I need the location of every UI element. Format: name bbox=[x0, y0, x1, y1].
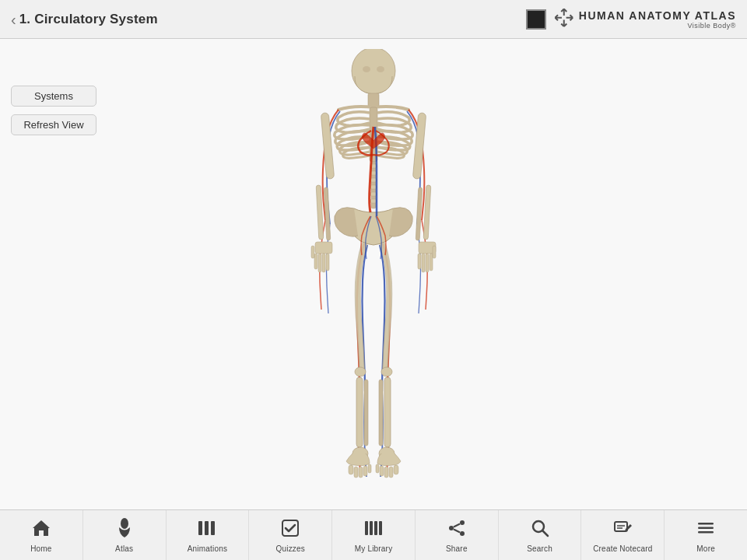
svg-rect-29 bbox=[416, 187, 423, 240]
expand-arrows-icon bbox=[552, 5, 576, 30]
share-icon bbox=[446, 517, 468, 542]
nav-search[interactable]: Search bbox=[499, 510, 582, 560]
notecard-icon bbox=[612, 517, 633, 542]
anatomy-view[interactable] bbox=[0, 39, 747, 509]
svg-rect-76 bbox=[615, 522, 627, 531]
nav-create-notecard[interactable]: Create Notecard bbox=[581, 510, 665, 560]
svg-point-14 bbox=[377, 66, 384, 72]
header-left: ‹ 1. Circulatory System bbox=[11, 12, 158, 27]
svg-line-3 bbox=[566, 14, 572, 20]
svg-rect-52 bbox=[363, 466, 367, 476]
more-label: More bbox=[696, 544, 715, 553]
svg-rect-39 bbox=[426, 254, 429, 272]
svg-rect-58 bbox=[380, 466, 384, 476]
header-right: Human Anatomy Atlas Visible Body® bbox=[526, 9, 736, 30]
more-icon bbox=[695, 517, 717, 542]
skeleton-figure bbox=[257, 49, 490, 500]
back-button[interactable]: ‹ 1. Circulatory System bbox=[11, 12, 158, 27]
color-swatch[interactable] bbox=[526, 9, 546, 30]
nav-atlas[interactable]: Atlas bbox=[83, 510, 167, 560]
svg-rect-55 bbox=[394, 465, 398, 474]
mylibrary-icon bbox=[363, 517, 384, 542]
svg-rect-53 bbox=[368, 464, 371, 473]
expand-icon[interactable] bbox=[549, 5, 576, 33]
search-icon bbox=[529, 517, 551, 542]
svg-rect-80 bbox=[698, 527, 714, 530]
atlas-icon bbox=[114, 517, 135, 542]
header-title: 1. Circulatory System bbox=[19, 12, 158, 27]
brand-name: Human Anatomy Atlas bbox=[579, 9, 736, 22]
svg-rect-51 bbox=[359, 467, 363, 478]
nav-mylibrary[interactable]: My Library bbox=[332, 510, 416, 560]
home-label: Home bbox=[30, 544, 51, 553]
svg-rect-67 bbox=[374, 521, 377, 535]
svg-rect-41 bbox=[433, 246, 436, 258]
brand-sub: Visible Body® bbox=[579, 22, 736, 30]
nav-quizzes[interactable]: Quizzes bbox=[249, 510, 332, 560]
svg-rect-63 bbox=[211, 521, 215, 535]
svg-rect-79 bbox=[698, 523, 714, 525]
systems-button[interactable]: Systems bbox=[11, 86, 96, 107]
quizzes-icon bbox=[279, 517, 301, 542]
mylibrary-label: My Library bbox=[355, 544, 393, 553]
svg-point-13 bbox=[363, 66, 370, 72]
animations-icon bbox=[196, 517, 218, 542]
svg-rect-15 bbox=[368, 93, 379, 107]
nav-share[interactable]: Share bbox=[416, 510, 499, 560]
svg-rect-33 bbox=[322, 254, 325, 272]
svg-rect-49 bbox=[349, 465, 353, 474]
svg-rect-44 bbox=[356, 377, 363, 447]
svg-rect-62 bbox=[205, 521, 209, 535]
home-icon bbox=[30, 517, 52, 542]
main-content: Systems Refresh View bbox=[0, 39, 747, 509]
svg-rect-34 bbox=[326, 254, 329, 271]
atlas-label: Atlas bbox=[115, 544, 133, 553]
svg-rect-61 bbox=[198, 521, 202, 535]
svg-point-71 bbox=[460, 531, 465, 536]
nav-more[interactable]: More bbox=[665, 510, 747, 560]
svg-rect-59 bbox=[376, 464, 379, 473]
svg-point-60 bbox=[121, 518, 128, 529]
svg-rect-35 bbox=[311, 246, 314, 258]
share-label: Share bbox=[446, 544, 468, 553]
svg-rect-57 bbox=[384, 467, 388, 478]
svg-rect-38 bbox=[422, 254, 425, 272]
svg-rect-30 bbox=[315, 242, 332, 254]
svg-rect-40 bbox=[430, 254, 433, 271]
svg-rect-31 bbox=[314, 254, 317, 269]
svg-point-70 bbox=[449, 526, 454, 530]
svg-rect-45 bbox=[364, 380, 368, 446]
nav-animations[interactable]: Animations bbox=[167, 510, 250, 560]
search-label: Search bbox=[527, 544, 552, 553]
svg-rect-68 bbox=[379, 521, 382, 535]
svg-rect-47 bbox=[379, 380, 383, 446]
svg-rect-50 bbox=[354, 467, 358, 478]
svg-rect-46 bbox=[384, 377, 391, 447]
svg-rect-65 bbox=[365, 521, 368, 535]
animations-label: Animations bbox=[188, 544, 227, 553]
svg-line-75 bbox=[542, 531, 548, 537]
svg-rect-66 bbox=[370, 521, 373, 535]
svg-point-42 bbox=[355, 367, 366, 376]
sidebar-controls: Systems Refresh View bbox=[11, 86, 96, 135]
svg-rect-56 bbox=[389, 467, 393, 478]
svg-point-43 bbox=[381, 367, 392, 376]
quizzes-label: Quizzes bbox=[275, 544, 305, 553]
create-notecard-label: Create Notecard bbox=[593, 544, 652, 553]
svg-line-72 bbox=[454, 524, 460, 527]
refresh-view-button[interactable]: Refresh View bbox=[11, 114, 96, 135]
brand-logo: Human Anatomy Atlas Visible Body® bbox=[579, 9, 736, 30]
svg-rect-81 bbox=[698, 531, 714, 534]
nav-home[interactable]: Home bbox=[0, 510, 83, 560]
svg-rect-32 bbox=[318, 254, 321, 272]
bottom-navigation: Home Atlas Animations Quizzes bbox=[0, 509, 747, 560]
svg-point-69 bbox=[460, 520, 465, 525]
back-chevron-icon: ‹ bbox=[11, 12, 16, 27]
svg-rect-37 bbox=[418, 254, 421, 269]
header-bar: ‹ 1. Circulatory System Human Anato bbox=[0, 0, 747, 39]
svg-line-73 bbox=[454, 530, 460, 533]
